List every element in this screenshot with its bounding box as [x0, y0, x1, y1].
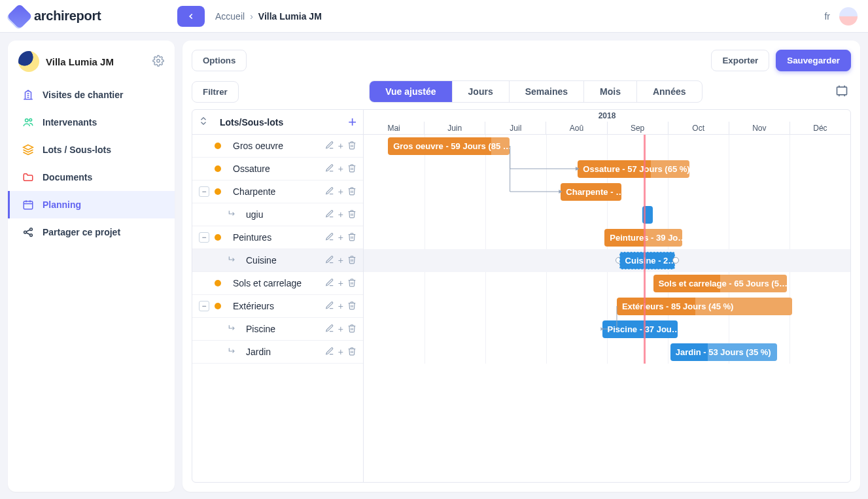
- gantt-year: 2018: [364, 110, 850, 122]
- gantt-bar[interactable]: Jardin - 53 Jours (35 %): [670, 343, 778, 361]
- chevron-left-icon: [186, 12, 196, 21]
- add-icon[interactable]: +: [338, 278, 343, 289]
- month-cell: Oct: [668, 122, 729, 134]
- trash-icon[interactable]: [347, 232, 356, 243]
- lang-switch[interactable]: fr: [824, 11, 830, 22]
- gantt-bar[interactable]: Extérieurs - 85 Jours (45 %): [617, 298, 792, 315]
- gantt-timeline-header: 2018 MaiJuinJuilAoûSepOctNovDéc: [364, 110, 850, 135]
- add-icon[interactable]: +: [338, 141, 343, 152]
- logo-icon: [7, 3, 33, 29]
- sidebar-item-stack[interactable]: Lots / Sous-lots: [8, 136, 175, 163]
- expand-toggle[interactable]: −: [199, 301, 209, 311]
- gantt-bar[interactable]: Charpente - …: [561, 183, 621, 201]
- gantt-row: −Charpente +: [192, 181, 363, 203]
- share-icon: [22, 226, 35, 238]
- gear-icon[interactable]: [152, 55, 164, 69]
- breadcrumb-sep: ›: [250, 11, 253, 22]
- sidebar-item-building[interactable]: Visites de chantier: [8, 81, 175, 109]
- building-icon: [22, 89, 35, 101]
- trash-icon[interactable]: [347, 301, 356, 312]
- view-tab-0[interactable]: Vue ajustée: [370, 81, 452, 102]
- add-icon[interactable]: +: [338, 301, 343, 312]
- trash-icon[interactable]: [347, 347, 356, 358]
- sidebar-item-label: Lots / Sous-lots: [43, 145, 111, 155]
- view-tab-2[interactable]: Semaines: [510, 81, 584, 102]
- trash-icon[interactable]: [347, 141, 356, 152]
- expand-toggle[interactable]: −: [199, 186, 209, 197]
- row-label: Jardin: [246, 347, 325, 357]
- breadcrumb: Accueil › Villa Lumia JM: [215, 11, 322, 22]
- topbar: archireport Accueil › Villa Lumia JM fr: [0, 0, 868, 33]
- gantt-row: −Peintures +: [192, 226, 363, 249]
- edit-icon[interactable]: [325, 255, 334, 266]
- calendar-icon: [22, 199, 35, 211]
- gantt-left-title: Lots/Sous-lots: [220, 117, 348, 128]
- add-icon[interactable]: +: [338, 347, 343, 358]
- trash-icon[interactable]: [347, 163, 356, 175]
- project-name: Villa Lumia JM: [46, 56, 152, 67]
- gantt-body[interactable]: Gros oeuvre - 59 Jours (85 …Ossature - 5…: [364, 135, 850, 364]
- month-cell: Juil: [485, 122, 546, 134]
- avatar[interactable]: [839, 7, 858, 26]
- fit-screen-icon[interactable]: [833, 82, 851, 102]
- edit-icon[interactable]: [325, 141, 334, 152]
- edit-icon[interactable]: [325, 347, 334, 358]
- add-lot-button[interactable]: +: [348, 114, 356, 131]
- view-tab-4[interactable]: Années: [637, 81, 702, 102]
- filter-button[interactable]: Filtrer: [192, 81, 239, 103]
- sidebar-item-users[interactable]: Intervenants: [8, 109, 175, 136]
- sidebar-item-label: Visites de chantier: [43, 90, 123, 100]
- gantt-row: Piscine +: [192, 318, 363, 341]
- edit-icon[interactable]: [325, 163, 334, 175]
- trash-icon[interactable]: [347, 255, 356, 266]
- row-label: ugiu: [246, 209, 325, 220]
- export-button[interactable]: Exporter: [711, 50, 769, 71]
- row-label: Extérieurs: [233, 301, 325, 311]
- breadcrumb-home[interactable]: Accueil: [215, 11, 245, 22]
- add-icon[interactable]: +: [338, 255, 343, 266]
- view-tab-3[interactable]: Mois: [584, 81, 637, 102]
- edit-icon[interactable]: [325, 324, 334, 335]
- trash-icon[interactable]: [347, 186, 356, 198]
- row-label: Ossature: [233, 163, 325, 174]
- gantt-bar[interactable]: Cuisine - 2…: [619, 252, 676, 269]
- gantt-row: Jardin +: [192, 341, 363, 364]
- lot-dot-icon: [215, 143, 221, 149]
- add-icon[interactable]: +: [338, 324, 343, 335]
- add-icon[interactable]: +: [338, 232, 343, 243]
- save-button[interactable]: Sauvegarder: [776, 50, 851, 71]
- edit-icon[interactable]: [325, 209, 334, 220]
- gantt-bar[interactable]: Ossature - 57 Jours (65 %): [578, 160, 689, 178]
- trash-icon[interactable]: [347, 324, 356, 335]
- sidebar-item-folder[interactable]: Documents: [8, 163, 175, 191]
- edit-icon[interactable]: [325, 301, 334, 312]
- svg-rect-8: [837, 87, 846, 95]
- back-button[interactable]: [177, 6, 205, 27]
- gantt-bar[interactable]: Peintures - 39 Jo…: [604, 229, 682, 247]
- svg-rect-4: [24, 201, 33, 209]
- sort-icon[interactable]: [199, 116, 208, 128]
- options-button[interactable]: Options: [192, 50, 247, 71]
- add-icon[interactable]: +: [338, 186, 343, 198]
- add-icon[interactable]: +: [338, 209, 343, 220]
- sidebar-item-share[interactable]: Partager ce projet: [8, 218, 175, 246]
- add-icon[interactable]: +: [338, 163, 343, 175]
- trash-icon[interactable]: [347, 278, 356, 289]
- edit-icon[interactable]: [325, 186, 334, 198]
- edit-icon[interactable]: [325, 278, 334, 289]
- gantt-bar[interactable]: Sols et carrelage - 65 Jours (5…: [653, 275, 788, 292]
- expand-toggle[interactable]: −: [199, 232, 209, 243]
- view-tab-1[interactable]: Jours: [453, 81, 510, 102]
- trash-icon[interactable]: [347, 209, 356, 220]
- edit-icon[interactable]: [325, 232, 334, 243]
- child-arrow-icon: [228, 347, 237, 358]
- gantt-bar[interactable]: Gros oeuvre - 59 Jours (85 …: [388, 137, 510, 155]
- gantt-bar[interactable]: Piscine - 37 Jou…: [602, 320, 678, 338]
- svg-point-1: [26, 119, 29, 122]
- svg-marker-3: [24, 145, 33, 150]
- row-label: Gros oeuvre: [233, 141, 325, 151]
- gantt-bar[interactable]: [642, 206, 653, 224]
- sidebar-item-calendar[interactable]: Planning: [8, 191, 175, 218]
- gantt: Lots/Sous-lots + Gros oeuvre + Ossature …: [192, 109, 851, 483]
- project-avatar: [18, 51, 39, 72]
